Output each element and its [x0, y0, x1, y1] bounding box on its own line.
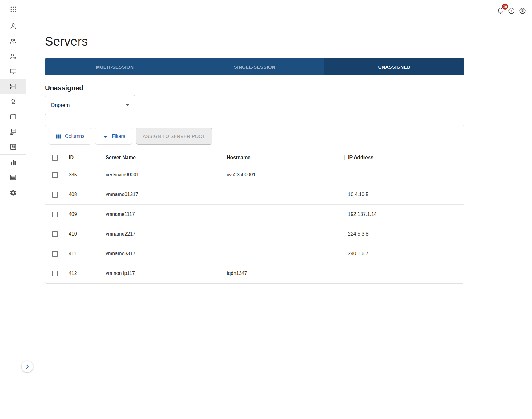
account-icon [519, 7, 526, 14]
cell-id: 411 [65, 244, 102, 264]
table-row[interactable]: 412 vm non ip117 fqdn1347 [45, 264, 464, 283]
sidebar-item-user-groups[interactable] [0, 34, 26, 49]
help-button[interactable]: ? [506, 6, 517, 16]
delivery-group-icon [10, 128, 17, 135]
deployment-select-value: Onprem [51, 102, 70, 108]
filters-button[interactable]: Filters [95, 128, 132, 145]
sidebar-item-servers[interactable] [0, 79, 26, 94]
tab-unassigned[interactable]: UNASSIGNED [324, 58, 464, 75]
users-icon [10, 38, 17, 45]
sidebar-expand-button[interactable] [22, 361, 33, 372]
app-launcher-icon [10, 6, 17, 13]
row-checkbox[interactable] [52, 231, 58, 237]
cell-id: 335 [65, 165, 102, 185]
notifications-button[interactable]: 10 [495, 6, 506, 16]
sidebar-item-schedules[interactable] [0, 109, 26, 124]
chevron-right-icon [24, 364, 30, 370]
filter-icon [102, 133, 109, 140]
column-header-server-name[interactable]: Server Name [102, 151, 223, 165]
main-content: Servers MULTI-SESSION SINGLE-SESSION UNA… [26, 22, 532, 419]
sidebar-item-users[interactable] [0, 18, 26, 34]
cell-server-name: vmname01317 [102, 185, 223, 204]
cell-hostname [223, 204, 344, 224]
sidebar-item-licenses[interactable] [0, 94, 26, 109]
row-checkbox[interactable] [52, 251, 58, 257]
cell-id: 408 [65, 185, 102, 204]
select-all-checkbox[interactable] [52, 155, 58, 161]
cell-ip-address: 240.1.6.7 [344, 244, 464, 264]
tab-multi-session[interactable]: MULTI-SESSION [45, 58, 185, 75]
sidebar-nav [0, 18, 26, 200]
assign-button-label: ASSIGN TO SERVER POOL [143, 134, 205, 139]
column-header-ip-address[interactable]: IP Address [344, 151, 464, 165]
tab-single-session[interactable]: SINGLE-SESSION [185, 58, 324, 75]
columns-button[interactable]: Columns [48, 128, 91, 145]
row-checkbox[interactable] [52, 212, 58, 217]
table-header-row: ID Server Name Hostname IP Address [45, 151, 464, 165]
servers-table-card: Columns Filters ASSIGN TO SERVER POOL ID [45, 125, 464, 284]
table-row[interactable]: 410 vmname2217 224.5.3.8 [45, 224, 464, 244]
applications-icon [10, 143, 17, 151]
cell-server-name: vmname3317 [102, 244, 223, 264]
row-checkbox[interactable] [52, 172, 58, 178]
sidebar-item-user-admin[interactable] [0, 49, 26, 64]
sidebar [0, 0, 26, 419]
row-checkbox[interactable] [52, 192, 58, 198]
cell-id: 409 [65, 204, 102, 224]
cell-ip-address [344, 165, 464, 185]
user-icon [10, 22, 17, 30]
help-icon: ? [508, 7, 515, 14]
cell-hostname [223, 185, 344, 204]
analytics-icon [10, 159, 17, 166]
assign-to-server-pool-button[interactable]: ASSIGN TO SERVER POOL [136, 128, 212, 145]
cell-ip-address: 10.4.10.5 [344, 185, 464, 204]
sidebar-item-delivery-groups[interactable] [0, 124, 26, 139]
columns-button-label: Columns [65, 134, 84, 139]
servers-icon [10, 83, 17, 90]
cell-hostname: cvc23c00001 [223, 165, 344, 185]
user-settings-icon [10, 53, 17, 60]
column-header-id[interactable]: ID [65, 151, 102, 165]
cell-server-name: vmname1117 [102, 204, 223, 224]
table-toolbar: Columns Filters ASSIGN TO SERVER POOL [45, 125, 464, 151]
row-checkbox[interactable] [52, 271, 58, 276]
chevron-down-icon [126, 104, 129, 106]
cell-hostname: fqdn1347 [223, 264, 344, 283]
top-bar: 10 ? [26, 0, 532, 22]
cell-hostname [223, 244, 344, 264]
settings-icon [10, 189, 17, 196]
table-row[interactable]: 335 certvcvm00001 cvc23c00001 [45, 165, 464, 185]
table-row[interactable]: 408 vmname01317 10.4.10.5 [45, 185, 464, 204]
cell-ip-address: 224.5.3.8 [344, 224, 464, 244]
sidebar-item-applications[interactable] [0, 139, 26, 154]
servers-table: ID Server Name Hostname IP Address 335 c… [45, 151, 464, 283]
cell-ip-address [344, 264, 464, 283]
columns-icon [55, 133, 62, 140]
cell-ip-address: 192.137.1.14 [344, 204, 464, 224]
column-header-hostname[interactable]: Hostname [223, 151, 344, 165]
cell-id: 412 [65, 264, 102, 283]
sidebar-item-desktops[interactable] [0, 64, 26, 79]
logs-icon [10, 174, 17, 181]
deployment-select[interactable]: Onprem [45, 95, 135, 115]
filters-button-label: Filters [112, 134, 125, 139]
sidebar-item-settings[interactable] [0, 185, 26, 200]
page-title: Servers [45, 34, 464, 48]
cell-id: 410 [65, 224, 102, 244]
desktop-icon [10, 68, 17, 75]
cell-server-name: vm non ip117 [102, 264, 223, 283]
table-row[interactable]: 409 vmname1117 192.137.1.14 [45, 204, 464, 224]
tab-bar: MULTI-SESSION SINGLE-SESSION UNASSIGNED [45, 58, 464, 75]
account-button[interactable] [517, 6, 528, 16]
section-heading: Unassigned [45, 84, 464, 92]
cell-server-name: certvcvm00001 [102, 165, 223, 185]
badge-icon [10, 98, 17, 105]
sidebar-item-analytics[interactable] [0, 155, 26, 170]
sidebar-item-logs[interactable] [0, 170, 26, 185]
svg-text:?: ? [510, 9, 512, 13]
table-row[interactable]: 411 vmname3317 240.1.6.7 [45, 244, 464, 264]
app-launcher-button[interactable] [0, 0, 26, 18]
calendar-icon [10, 113, 17, 120]
cell-server-name: vmname2217 [102, 224, 223, 244]
cell-hostname [223, 224, 344, 244]
